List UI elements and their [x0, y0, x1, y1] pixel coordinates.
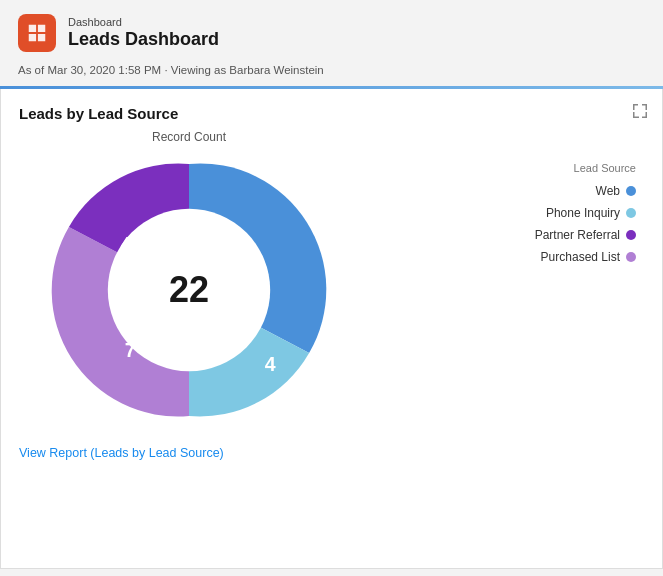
legend-title: Lead Source [535, 162, 636, 174]
card-title: Leads by Lead Source [19, 105, 644, 122]
chart-card: Leads by Lead Source Record Count [0, 89, 663, 569]
record-count-label: Record Count [152, 130, 226, 144]
legend-label-partner: Partner Referral [535, 228, 620, 242]
legend-label-phone: Phone Inquiry [546, 206, 620, 220]
expand-icon [632, 103, 648, 119]
expand-button[interactable] [632, 103, 648, 123]
header-text: Dashboard Leads Dashboard [68, 16, 219, 51]
legend-label-web: Web [596, 184, 620, 198]
legend-label-purchased: Purchased List [541, 250, 620, 264]
legend-item-partner: Partner Referral [535, 228, 636, 242]
legend-item-phone: Phone Inquiry [535, 206, 636, 220]
subheader-text: As of Mar 30, 2020 1:58 PM · Viewing as … [0, 64, 663, 86]
legend-dot-partner [626, 230, 636, 240]
dashboard-label: Dashboard [68, 16, 219, 28]
seg-label-web: 7 [237, 233, 248, 255]
page-title: Leads Dashboard [68, 29, 219, 51]
donut-chart-container: Record Count 7 [19, 130, 359, 430]
seg-label-purchased: 7 [125, 339, 136, 361]
donut-wrapper: 7 4 7 4 22 [49, 150, 329, 430]
legend-dot-phone [626, 208, 636, 218]
legend-dot-web [626, 186, 636, 196]
legend-item-purchased: Purchased List [535, 250, 636, 264]
view-report-link[interactable]: View Report (Leads by Lead Source) [19, 446, 224, 460]
dashboard-icon [26, 22, 48, 44]
seg-label-phone: 4 [265, 353, 276, 375]
seg-label-partner: 4 [121, 233, 132, 255]
chart-legend: Lead Source Web Phone Inquiry Partner Re… [535, 162, 636, 264]
legend-dot-purchased [626, 252, 636, 262]
donut-total: 22 [169, 269, 209, 311]
legend-item-web: Web [535, 184, 636, 198]
app-icon [18, 14, 56, 52]
page-header: Dashboard Leads Dashboard [0, 0, 663, 64]
chart-area: Record Count 7 [19, 130, 644, 430]
